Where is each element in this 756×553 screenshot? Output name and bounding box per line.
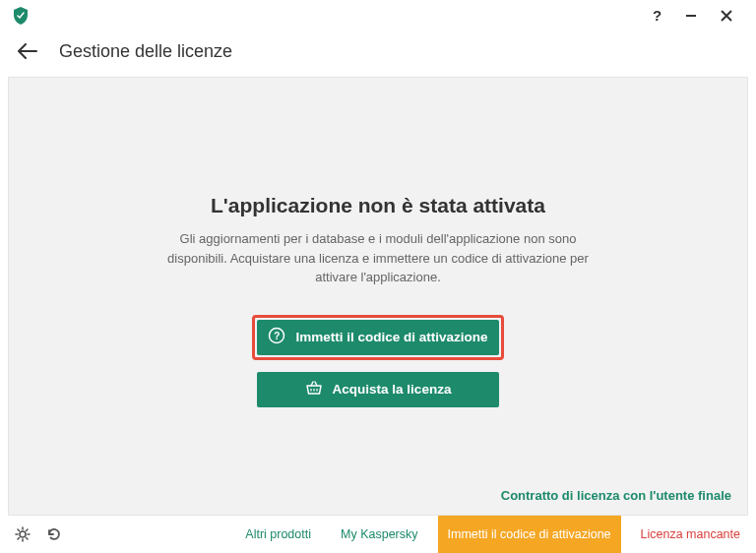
app-logo-icon <box>12 7 30 25</box>
question-circle-icon: ? <box>268 327 285 347</box>
back-button[interactable] <box>16 39 39 63</box>
activation-heading: L'applicazione non è stata attivata <box>211 194 545 217</box>
svg-text:?: ? <box>653 8 662 24</box>
license-missing-link[interactable]: Licenza mancante <box>631 516 756 553</box>
footer-bar: Altri prodotti My Kaspersky Immetti il c… <box>0 516 756 553</box>
enter-activation-code-button[interactable]: ? Immetti il codice di attivazione <box>257 320 499 355</box>
main-content: L'applicazione non è stata attivata Gli … <box>8 77 748 516</box>
close-button[interactable] <box>709 2 744 30</box>
highlighted-action: ? Immetti il codice di attivazione <box>252 315 504 360</box>
buy-license-button-label: Acquista la licenza <box>333 382 452 397</box>
buy-license-button[interactable]: Acquista la licenza <box>257 372 499 407</box>
other-products-link[interactable]: Altri prodotti <box>235 516 321 553</box>
settings-button[interactable] <box>12 523 33 545</box>
my-kaspersky-link[interactable]: My Kaspersky <box>331 516 428 553</box>
page-header: Gestione delle licenze <box>0 31 756 77</box>
eula-link[interactable]: Contratto di licenza con l'utente finale <box>501 488 731 503</box>
page-title: Gestione delle licenze <box>59 41 232 62</box>
window-titlebar: ? <box>0 0 756 31</box>
refresh-button[interactable] <box>43 523 65 545</box>
basket-icon <box>305 379 323 399</box>
minimize-button[interactable] <box>673 2 709 30</box>
footer-enter-code-button[interactable]: Immetti il codice di attivazione <box>438 516 621 553</box>
svg-rect-1 <box>686 15 696 17</box>
enter-code-button-label: Immetti il codice di attivazione <box>295 330 487 344</box>
help-button[interactable]: ? <box>638 2 673 30</box>
action-button-group: ? Immetti il codice di attivazione Acqui… <box>252 315 504 407</box>
svg-text:?: ? <box>275 331 281 341</box>
activation-description: Gli aggiornamenti per i database e i mod… <box>161 229 595 287</box>
